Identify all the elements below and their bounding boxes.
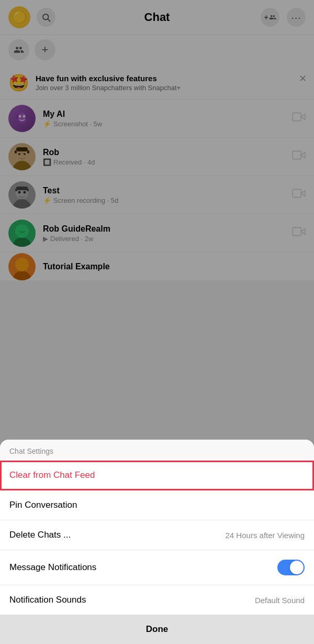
- delete-chats-value: 24 Hours after Viewing: [226, 531, 305, 540]
- done-button[interactable]: Done: [0, 615, 314, 644]
- clear-chat-label: Clear from Chat Feed: [9, 470, 95, 481]
- clear-from-chat-feed-button[interactable]: Clear from Chat Feed: [0, 461, 314, 490]
- notification-sounds-button[interactable]: Notification Sounds Default Sound: [0, 585, 314, 615]
- message-notifications-item: Message Notifications: [0, 550, 314, 585]
- toggle-knob: [290, 561, 304, 574]
- pin-conversation-label: Pin Conversation: [9, 500, 77, 510]
- message-notifications-label: Message Notifications: [9, 562, 96, 573]
- notification-sounds-value: Default Sound: [255, 596, 305, 605]
- delete-chats-label: Delete Chats ...: [9, 530, 71, 540]
- notification-sounds-label: Notification Sounds: [9, 595, 86, 605]
- pin-conversation-button[interactable]: Pin Conversation: [0, 490, 314, 520]
- delete-chats-button[interactable]: Delete Chats ... 24 Hours after Viewing: [0, 520, 314, 550]
- chat-settings-sheet: Chat Settings Clear from Chat Feed Pin C…: [0, 440, 314, 644]
- message-notifications-toggle[interactable]: [277, 560, 305, 575]
- sheet-header: Chat Settings: [0, 440, 314, 461]
